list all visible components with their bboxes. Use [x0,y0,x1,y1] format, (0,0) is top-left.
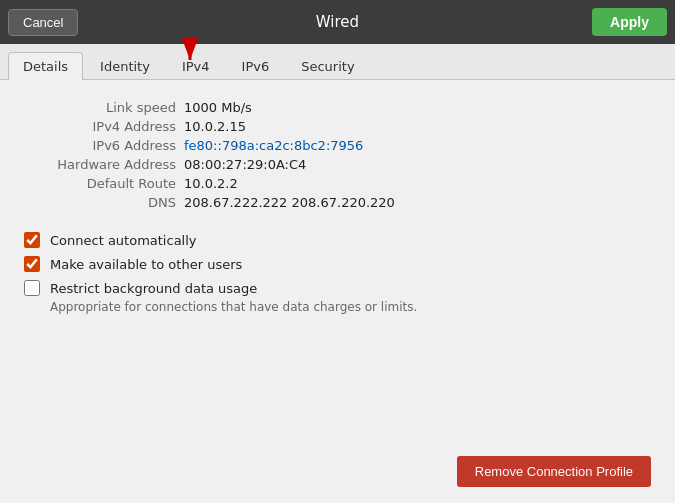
label-ipv6-address: IPv6 Address [24,138,184,153]
checkboxes-section: Connect automatically Make available to … [24,232,651,318]
table-row: Hardware Address 08:00:27:29:0A:C4 [24,157,651,172]
value-ipv4-address: 10.0.2.15 [184,119,246,134]
tab-ipv4[interactable]: IPv4 [167,52,225,80]
connect-automatically-label: Connect automatically [50,233,197,248]
apply-button[interactable]: Apply [592,8,667,36]
table-row: IPv4 Address 10.0.2.15 [24,119,651,134]
restrict-background-sublabel: Appropriate for connections that have da… [50,300,651,314]
label-link-speed: Link speed [24,100,184,115]
details-table: Link speed 1000 Mb/s IPv4 Address 10.0.2… [24,100,651,214]
value-link-speed: 1000 Mb/s [184,100,252,115]
tabbar: Details Identity IPv4 IPv6 Security [0,44,675,80]
value-dns: 208.67.222.222 208.67.220.220 [184,195,395,210]
label-dns: DNS [24,195,184,210]
table-row: DNS 208.67.222.222 208.67.220.220 [24,195,651,210]
table-row: Default Route 10.0.2.2 [24,176,651,191]
value-default-route: 10.0.2.2 [184,176,238,191]
tab-details[interactable]: Details [8,52,83,80]
value-hardware-address: 08:00:27:29:0A:C4 [184,157,306,172]
available-users-checkbox[interactable] [24,256,40,272]
table-row: Link speed 1000 Mb/s [24,100,651,115]
remove-connection-button[interactable]: Remove Connection Profile [457,456,651,487]
footer: Remove Connection Profile [24,456,651,487]
restrict-background-label: Restrict background data usage [50,281,257,296]
label-hardware-address: Hardware Address [24,157,184,172]
tab-security[interactable]: Security [286,52,369,80]
cancel-button[interactable]: Cancel [8,9,78,36]
tab-identity[interactable]: Identity [85,52,165,80]
restrict-background-checkbox[interactable] [24,280,40,296]
checkbox-row-restrict-bg: Restrict background data usage Appropria… [24,280,651,314]
restrict-bg-row: Restrict background data usage [24,280,651,296]
label-ipv4-address: IPv4 Address [24,119,184,134]
connect-automatically-checkbox[interactable] [24,232,40,248]
window-title: Wired [316,13,359,31]
table-row: IPv6 Address fe80::798a:ca2c:8bc2:7956 [24,138,651,153]
tab-ipv6[interactable]: IPv6 [227,52,285,80]
main-content: Link speed 1000 Mb/s IPv4 Address 10.0.2… [0,80,675,503]
value-ipv6-address: fe80::798a:ca2c:8bc2:7956 [184,138,363,153]
titlebar: Cancel Wired Apply [0,0,675,44]
label-default-route: Default Route [24,176,184,191]
checkbox-row-available-users: Make available to other users [24,256,651,272]
available-users-label: Make available to other users [50,257,242,272]
checkbox-row-connect-auto: Connect automatically [24,232,651,248]
